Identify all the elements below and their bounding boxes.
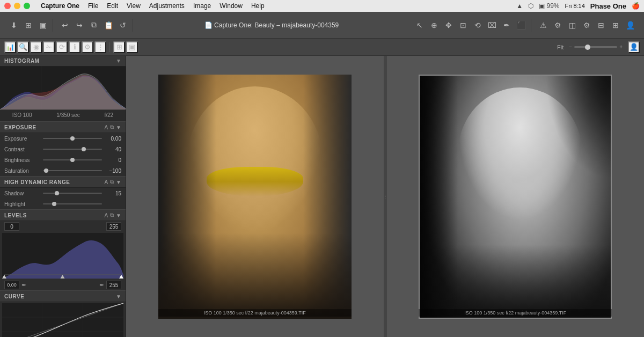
layout-button[interactable]: ⊟ [595, 19, 608, 32]
reset-button[interactable]: ↺ [116, 19, 129, 32]
exposure-header: EXPOSURE A ⧉ ▼ [0, 121, 126, 133]
saturation-label: Saturation [4, 168, 41, 174]
brightness-row: Brightness 0 [0, 155, 126, 165]
tool-section: ↖ ⊕ ✥ ⊡ ⟲ ⌧ ✒ ⬛ [410, 19, 531, 32]
white-point-eyedropper[interactable]: ✒ [99, 282, 104, 289]
zoom-thumb[interactable] [585, 45, 590, 50]
brightness-thumb[interactable] [70, 158, 75, 162]
exposure-thumb[interactable] [70, 136, 75, 141]
tool-crop2[interactable]: ✁ [43, 41, 55, 53]
contrast-thumb[interactable] [82, 147, 86, 151]
minimize-button[interactable] [14, 3, 20, 9]
curve-menu[interactable]: ▼ [116, 294, 121, 299]
color-image-container: ISO 100 1/350 sec f/22 majabeauty-004359… [158, 75, 352, 319]
grid-view-button[interactable]: ⊞ [22, 19, 35, 32]
zoom-minus-icon[interactable]: − [569, 44, 572, 50]
processing-button[interactable]: ⚙ [551, 19, 564, 32]
close-button[interactable] [4, 3, 11, 9]
paste-button[interactable]: 📋 [102, 19, 115, 32]
black-point-eyedropper[interactable]: ✒ [21, 282, 26, 289]
warning-button[interactable]: ⚠ [537, 19, 550, 32]
exposure-slider[interactable] [43, 135, 102, 142]
view-grid[interactable]: ⊞ [113, 41, 125, 53]
shadow-slider[interactable] [43, 189, 102, 197]
levels-copy[interactable]: ⧉ [110, 212, 114, 218]
highlight-row: Highlight [0, 199, 126, 209]
settings-button[interactable]: ⚙ [580, 19, 593, 32]
menu-view[interactable]: View [127, 2, 141, 10]
brightness-label: Brightness [4, 157, 41, 163]
menu-image[interactable]: Image [193, 2, 211, 10]
cursor-tool[interactable]: ↖ [413, 19, 426, 32]
copy-button[interactable]: ⧉ [87, 19, 100, 32]
tool-settings2[interactable]: ⚙ [82, 41, 93, 53]
single-view-button[interactable]: ▣ [36, 19, 49, 32]
user-button[interactable]: 👤 [624, 19, 636, 32]
color-photo [158, 75, 352, 319]
tool-more[interactable]: ⋮ [94, 41, 106, 53]
menu-adjustments[interactable]: Adjustments [149, 2, 185, 10]
warning-section: ⚠ ⚙ ◫ ⚙ ⊟ ⊞ 👤 [533, 19, 640, 32]
levels-low-input[interactable]: 0 [4, 222, 19, 231]
highlight-slider[interactable] [43, 200, 102, 208]
curve-title: CURVE [4, 294, 24, 299]
tool-search[interactable]: 🔍 [17, 41, 29, 53]
exposure-value: 0.00 [104, 136, 121, 142]
maximize-button[interactable] [24, 3, 30, 9]
app-name[interactable]: Capture One [41, 2, 79, 10]
levels-high-input[interactable]: 255 [106, 222, 121, 231]
user-icon[interactable]: 👤 [628, 41, 640, 53]
shadow-thumb[interactable] [55, 191, 59, 195]
eyedropper-tool[interactable]: ✒ [500, 19, 513, 32]
menubar-right: ▲ ⬡ ▣ 99% Fri 8:14 Phase One 🍎 [516, 2, 640, 10]
zoom-slider[interactable] [574, 46, 617, 48]
zoom-control[interactable]: − + [569, 44, 623, 50]
hdr-auto[interactable]: A [104, 179, 108, 185]
levels-chart [2, 233, 123, 279]
mask-tool[interactable]: ⬛ [515, 19, 528, 32]
redo-button[interactable]: ↪ [73, 19, 86, 32]
saturation-slider[interactable] [43, 167, 102, 174]
tool-circle[interactable]: ◉ [30, 41, 42, 53]
saturation-thumb[interactable] [44, 169, 48, 173]
zoom-plus-icon[interactable]: + [619, 44, 623, 50]
levels-menu[interactable]: ▼ [116, 213, 121, 218]
compare-button[interactable]: ◫ [566, 19, 579, 32]
exposure-auto[interactable]: A [104, 124, 108, 130]
pan-tool[interactable]: ✥ [442, 19, 455, 32]
color-image-panel: ISO 100 1/350 sec f/22 majabeauty-004359… [126, 56, 384, 337]
levels-out-high[interactable]: 255 [106, 281, 121, 289]
levels-auto[interactable]: A [104, 213, 108, 218]
brightness-slider[interactable] [43, 156, 102, 164]
zoom-tool[interactable]: ⊕ [428, 19, 441, 32]
straighten-tool[interactable]: ⌧ [486, 19, 499, 32]
tool-hist[interactable]: 📊 [4, 41, 16, 53]
menu-edit[interactable]: Edit [107, 2, 118, 10]
rotate-tool[interactable]: ⟲ [471, 19, 484, 32]
levels-out-low[interactable]: 0.00 [4, 281, 19, 289]
highlight-label: Highlight [4, 201, 41, 207]
tool-rotate2[interactable]: ⟳ [56, 41, 68, 53]
shadow-label: Shadow [4, 191, 41, 196]
exposure-menu[interactable]: ▼ [116, 124, 121, 130]
menu-file[interactable]: File [88, 2, 98, 10]
menu-window[interactable]: Window [219, 2, 243, 10]
highlight-thumb[interactable] [52, 202, 56, 206]
crop-tool[interactable]: ⊡ [457, 19, 470, 32]
exposure-copy[interactable]: ⧉ [110, 124, 114, 130]
view-single[interactable]: ▣ [126, 41, 138, 53]
histogram-chart [0, 67, 126, 109]
curve-chart [2, 303, 123, 337]
menu-help[interactable]: Help [251, 2, 265, 10]
hdr-menu[interactable]: ▼ [116, 179, 121, 185]
histogram-meta: ISO 100 1/350 sec f/22 [0, 109, 126, 121]
hdr-copy[interactable]: ⧉ [110, 179, 114, 185]
tool-info[interactable]: ℹ [69, 41, 80, 53]
import-button[interactable]: ⬇ [8, 19, 20, 32]
panel-button[interactable]: ⊞ [609, 19, 622, 32]
histogram-collapse[interactable]: ▼ [116, 58, 121, 64]
battery-icon: ▣ 99% [539, 2, 559, 10]
curve-area[interactable] [2, 303, 123, 337]
undo-button[interactable]: ↩ [58, 19, 71, 32]
contrast-slider[interactable] [43, 145, 102, 153]
